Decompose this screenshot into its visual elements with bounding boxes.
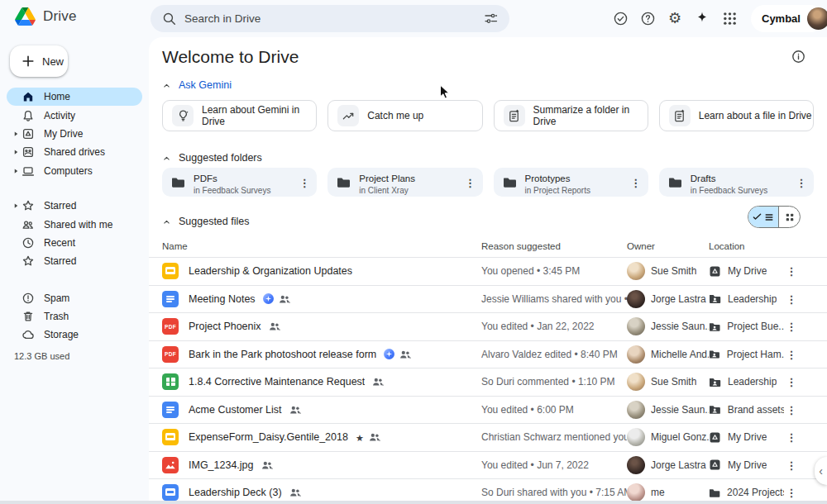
- sidebar-item[interactable]: My Drive: [7, 125, 142, 143]
- suggested-folder-card[interactable]: Prototypes in Project Reports: [494, 168, 648, 197]
- folder-menu-button[interactable]: [463, 175, 478, 190]
- expand-chevron-icon[interactable]: [13, 202, 19, 209]
- row-menu-button[interactable]: [784, 458, 799, 473]
- gemini-suggestion-button[interactable]: Summarize a folder in Drive: [494, 100, 648, 131]
- sidebar-item[interactable]: Shared with me: [7, 215, 142, 233]
- apps-grid-icon[interactable]: [721, 10, 738, 26]
- shared-folder-location-icon: [709, 403, 721, 416]
- settings-gear-icon[interactable]: [667, 10, 683, 26]
- folder-menu-button[interactable]: [297, 175, 312, 190]
- collapse-chevron-icon: [162, 81, 171, 90]
- bell-icon: [22, 109, 35, 122]
- column-owner[interactable]: Owner: [627, 241, 709, 251]
- reason-suggested: Christian Schwarz mentioned you • ...: [481, 431, 627, 443]
- row-menu-button[interactable]: [784, 374, 799, 389]
- info-icon[interactable]: [791, 50, 805, 64]
- my-drive-location-icon: [709, 265, 721, 278]
- suggested-files-toggle[interactable]: Suggested files: [162, 216, 249, 227]
- offline-status-icon[interactable]: [612, 10, 629, 26]
- folder-icon: [171, 175, 185, 189]
- my-drive-location-icon: [709, 459, 721, 471]
- owner-name: me: [651, 487, 665, 498]
- file-row[interactable]: 1.8.4 Corrective Maintenance Request So …: [149, 368, 827, 396]
- file-row[interactable]: IMG_1234.jpg You edited • Jun 7, 2022 Jo…: [149, 451, 827, 479]
- row-menu-button[interactable]: [784, 485, 799, 500]
- sidebar-item[interactable]: Recent: [7, 234, 142, 252]
- folder-location: in Project Reports: [525, 186, 620, 195]
- row-menu-button[interactable]: [784, 430, 799, 445]
- account-pill[interactable]: Cymbal: [751, 5, 824, 32]
- help-icon[interactable]: [639, 10, 656, 26]
- sidebar-item[interactable]: Trash: [7, 307, 142, 326]
- row-menu-button[interactable]: [784, 264, 799, 278]
- grid-view-icon: [785, 212, 795, 222]
- reason-suggested: Alvaro Valdez edited • 8:40 PM: [481, 349, 627, 360]
- drive-logo[interactable]: Drive: [15, 7, 77, 26]
- gemini-suggestion-button[interactable]: Learn about a file in Drive: [659, 100, 814, 131]
- file-type-icon: [162, 429, 179, 445]
- suggested-folder-card[interactable]: PDFs in Feedback Surveys: [162, 168, 317, 197]
- file-name: Meeting Notes: [189, 293, 256, 305]
- row-menu-button[interactable]: [784, 402, 799, 417]
- account-name: Cymbal: [762, 12, 801, 25]
- sidebar-item[interactable]: Storage: [7, 326, 142, 344]
- file-name: Acme Customer List: [189, 404, 282, 416]
- sidebar-item-label: Starred: [44, 200, 76, 212]
- shared-people-icon: [279, 294, 290, 304]
- sidebar-item[interactable]: Activity: [7, 106, 142, 124]
- expand-chevron-icon[interactable]: [13, 149, 19, 155]
- sidebar-item[interactable]: Spam: [7, 289, 142, 307]
- star-icon: [22, 254, 35, 268]
- search-options-icon[interactable]: [484, 12, 498, 26]
- owner-avatar: [627, 428, 645, 446]
- row-menu-button[interactable]: [784, 292, 799, 307]
- file-row[interactable]: PDF Project Phoenix You edited • Jan 22,…: [149, 312, 827, 340]
- sidebar-item[interactable]: Home: [7, 88, 142, 106]
- gemini-suggestion-button[interactable]: Learn about Gemini in Drive: [162, 100, 317, 131]
- search-input[interactable]: [184, 12, 476, 25]
- ask-gemini-label: Ask Gemini: [179, 79, 232, 91]
- folder-menu-button[interactable]: [794, 175, 809, 190]
- owner-avatar: [627, 262, 645, 280]
- sidebar-item[interactable]: Computers: [7, 162, 142, 180]
- owner-avatar: [627, 345, 645, 364]
- expand-chevron-icon[interactable]: [13, 131, 19, 137]
- column-name[interactable]: Name: [162, 241, 481, 251]
- gemini-badge-icon: [263, 293, 274, 304]
- sidebar-item[interactable]: Starred: [7, 197, 142, 215]
- sidebar-item[interactable]: Shared drives: [7, 143, 142, 161]
- search-bar[interactable]: [151, 5, 509, 32]
- suggested-folders-row: PDFs in Feedback Surveys Project Plans i…: [162, 168, 814, 197]
- file-row[interactable]: Leadership & Organization Updates You op…: [149, 257, 827, 285]
- row-menu-button[interactable]: [784, 319, 799, 334]
- shared-people-icon: [372, 377, 384, 387]
- folder-menu-button[interactable]: [629, 175, 643, 190]
- drive-logo-icon: [15, 7, 36, 26]
- gemini-suggestion-button[interactable]: Catch me up: [327, 100, 482, 131]
- folder-name: PDFs: [194, 174, 218, 183]
- file-row[interactable]: ExpenseForm_Daisy.Gentile_2018 Christian…: [149, 423, 827, 451]
- sidebar-item[interactable]: Starred: [7, 252, 142, 270]
- ask-gemini-section-toggle[interactable]: Ask Gemini: [162, 79, 232, 91]
- suggested-folders-toggle[interactable]: Suggested folders: [162, 152, 262, 164]
- file-row[interactable]: Acme Customer List You edited • 6:00 PM …: [149, 396, 827, 424]
- location-name: Project Ham...: [727, 349, 784, 360]
- file-type-icon: [162, 484, 179, 501]
- suggested-folder-card[interactable]: Project Plans in Client Xray: [327, 168, 482, 197]
- file-row[interactable]: Meeting Notes Jessie Williams shared wit…: [149, 285, 827, 313]
- column-location[interactable]: Location: [709, 241, 784, 251]
- owner-avatar: [627, 373, 645, 391]
- file-row[interactable]: PDF Bark in the Park photoshoot release …: [149, 340, 827, 368]
- row-menu-button[interactable]: [784, 347, 799, 362]
- column-reason[interactable]: Reason suggested: [481, 241, 627, 251]
- account-avatar[interactable]: [807, 7, 827, 30]
- expand-chevron-icon[interactable]: [13, 168, 19, 174]
- gemini-sparkle-icon[interactable]: [694, 10, 710, 26]
- list-view-button[interactable]: [748, 207, 778, 227]
- grid-view-button[interactable]: [778, 207, 800, 227]
- new-button[interactable]: New: [10, 45, 68, 77]
- folder-icon: [503, 175, 517, 189]
- suggested-folder-card[interactable]: Drafts in Feedback Surveys: [659, 168, 814, 197]
- folder-name: Drafts: [691, 174, 716, 183]
- gemini-buttons-row: Learn about Gemini in Drive Catch me up …: [162, 100, 814, 131]
